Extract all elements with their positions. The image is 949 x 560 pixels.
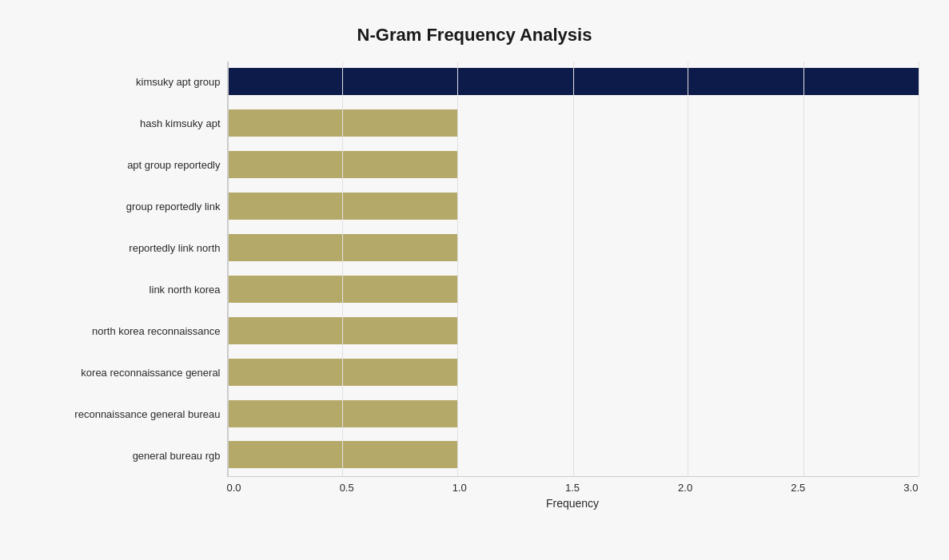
bars-section: kimsuky apt grouphash kimsuky aptapt gro… [31,62,919,477]
bar-reportedly-link-north [228,234,458,261]
bar-general-bureau-rgb [228,441,458,468]
bar-apt-group-reportedly [228,151,458,178]
x-tick-label: 0.0 [227,482,241,494]
y-label: korea reconnaissance general [31,352,221,394]
y-label: north korea reconnaissance [31,311,221,352]
chart-container: N-Gram Frequency Analysis kimsuky apt gr… [15,9,935,552]
y-label: link north korea [31,269,221,311]
x-axis-title: Frequency [227,497,919,510]
bar-row [228,272,919,306]
x-tick-label: 2.5 [791,482,805,494]
bar-row [228,189,919,223]
chart-title: N-Gram Frequency Analysis [31,25,919,46]
bar-row [228,314,919,348]
x-tick-label: 1.5 [565,482,580,494]
bar-row [228,106,919,140]
bar-reconnaissance-general-bureau [228,400,458,427]
y-label: group reportedly link [31,186,221,228]
bar-row [228,65,919,98]
bar-row [228,397,919,431]
bar-north-korea-reconnaissance [228,317,458,344]
plot-area [227,62,919,477]
bar-hash-kimsuky-apt [228,109,458,137]
y-label: general bureau rgb [31,435,221,477]
chart-area: kimsuky apt grouphash kimsuky aptapt gro… [31,62,919,477]
y-label: hash kimsuky apt [31,103,221,145]
bar-row [228,148,919,181]
bar-row [228,355,919,389]
bar-group-reportedly-link [228,193,458,220]
y-label: apt group reportedly [31,145,221,186]
y-axis-labels: kimsuky apt grouphash kimsuky aptapt gro… [31,62,227,477]
x-tick-label: 3.0 [903,482,918,494]
bar-row [228,438,919,471]
bar-link-north-korea [228,276,458,303]
grid-line [919,62,919,476]
x-tick-label: 1.0 [453,482,467,494]
x-tick-label: 0.5 [340,482,354,494]
y-label: reportedly link north [31,228,221,269]
y-label: kimsuky apt group [31,62,221,103]
x-axis-labels: 0.00.51.01.52.02.53.0 [227,477,919,494]
y-label: reconnaissance general bureau [31,394,221,435]
x-tick-label: 2.0 [678,482,692,494]
bar-kimsuky-apt-group [228,68,919,95]
bar-korea-reconnaissance-general [228,359,458,386]
bar-row [228,231,919,264]
